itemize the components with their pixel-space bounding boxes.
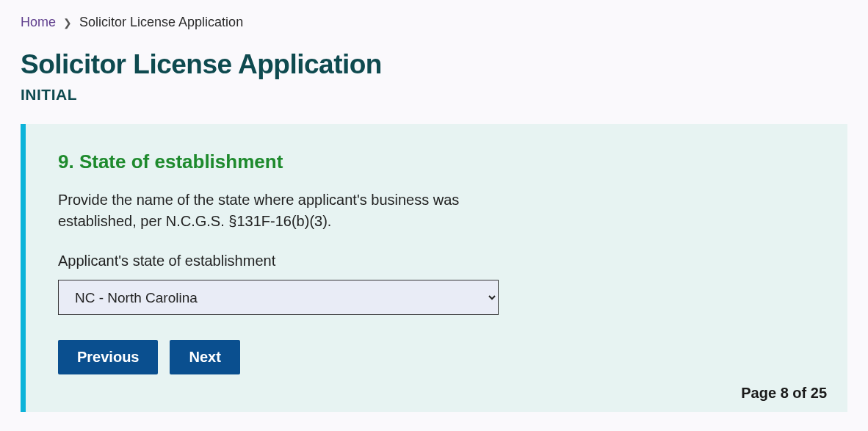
state-field-label: Applicant's state of establishment	[58, 253, 815, 269]
page-indicator: Page 8 of 25	[741, 385, 827, 402]
form-panel: 9. State of establishment Provide the na…	[21, 124, 847, 412]
breadcrumb: Home ❯ Solicitor License Application	[21, 15, 847, 30]
section-title: 9. State of establishment	[58, 151, 815, 173]
button-row: Previous Next	[58, 340, 815, 374]
chevron-right-icon: ❯	[63, 18, 72, 28]
breadcrumb-home-link[interactable]: Home	[21, 15, 56, 30]
breadcrumb-current: Solicitor License Application	[79, 15, 243, 30]
previous-button[interactable]: Previous	[58, 340, 158, 374]
state-select[interactable]: NC - North Carolina	[58, 280, 499, 315]
page-title: Solicitor License Application	[21, 49, 847, 80]
page-subtitle: INITIAL	[21, 86, 847, 104]
section-instruction: Provide the name of the state where appl…	[58, 189, 469, 232]
next-button[interactable]: Next	[170, 340, 239, 374]
